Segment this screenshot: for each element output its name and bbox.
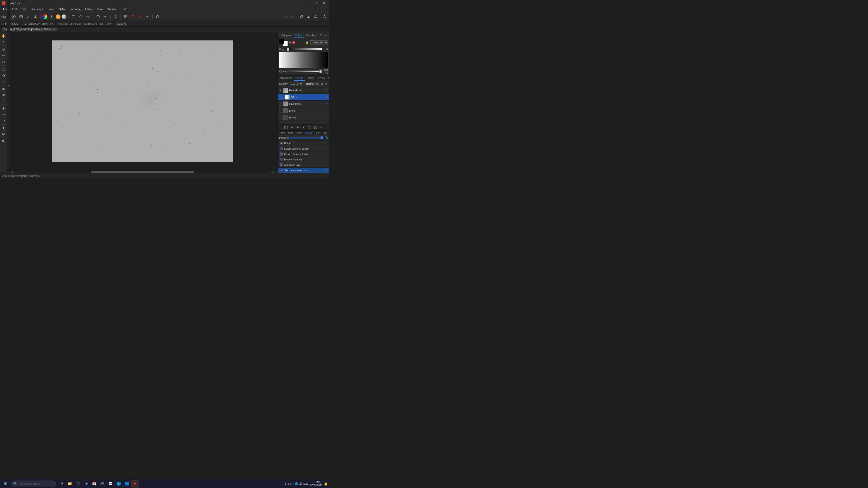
layer-copy-button[interactable] [313,125,318,130]
history-item-set-selection[interactable]: ▣ Set current selection ↺ [278,168,329,173]
layer-row-mask[interactable]: ● (Mask) ✓ [278,94,329,101]
canvas-image[interactable] [52,40,233,162]
menu-layer[interactable]: Layer [45,6,57,12]
layer-visibility-icon[interactable] [279,102,282,106]
tab-history[interactable]: History [303,131,313,135]
layer-row-final-1[interactable]: ● Final (Pixel) ✓ [278,87,329,94]
history-item-select-sampled[interactable]: ⊙ Select sampled colour [278,146,329,151]
tab-layers[interactable]: Layers [294,76,305,80]
layer-row-final-2[interactable]: Final (Pixel) ✓ [278,101,329,107]
mask-button[interactable] [95,13,101,20]
freehand-select-button[interactable] [78,13,84,20]
gradient-tool-button[interactable]: ◑ [1,72,6,78]
color-picker-icon[interactable]: ✒ [289,41,291,44]
sphere-button[interactable] [61,14,66,19]
fg-bg-color-swatches[interactable] [279,39,288,46]
develop-persona-button[interactable] [18,13,24,20]
eyedropper-tool-button[interactable]: ⊸ [1,118,6,124]
recent-color-dot[interactable] [292,41,295,44]
liquify-persona-button[interactable] [25,13,31,20]
layer-visibility-icon[interactable] [279,109,282,112]
opacity-select[interactable]: 100 % 75 % 50 % [289,82,303,86]
tab-colour[interactable]: Colour [293,33,304,37]
layer-check-icon[interactable]: ✓ [326,116,328,119]
menu-window[interactable]: Window [105,6,119,12]
macro-button[interactable] [137,13,143,20]
tab-stock[interactable]: Stock [327,76,329,80]
scrollbar-thumb[interactable] [91,171,194,173]
menu-view[interactable]: View [95,6,105,12]
layer-check-icon[interactable]: ✓ [326,96,328,98]
position-track[interactable] [289,137,323,138]
crop-tool-button[interactable]: ⊹ [1,46,6,53]
scroll-right-arrow[interactable]: ▶ [271,170,274,173]
blur-tool-button[interactable]: ○ [1,98,6,104]
tab-histogram[interactable]: Histogram [279,33,293,37]
rect-select-button[interactable] [70,13,76,20]
dodge-tool-button[interactable]: ☀ [1,105,6,111]
layer-settings-icon[interactable]: ⚙ [320,82,323,86]
hand-tool-button[interactable]: ✋ [1,33,6,39]
layer-add-curve-button[interactable] [289,125,294,130]
tab-effects[interactable]: Effects [305,76,316,80]
tab-nvg[interactable]: Nvg [287,131,294,135]
menu-arrange[interactable]: Arrange [69,6,83,12]
smudge-tool-button[interactable]: 〜 [1,111,6,118]
white-balance-button[interactable] [56,14,61,19]
foreground-color-swatch[interactable] [279,39,284,44]
units-select[interactable]: Pixels Inches cm [115,22,127,26]
canvas-scrollbar-horizontal[interactable]: ◀ ▶ [7,170,278,173]
layer-row-pixel-1[interactable]: (Pixel) ✓ [278,107,329,114]
layer-visibility-icon[interactable] [279,116,282,119]
history-redo-icon[interactable]: ↺ [325,169,327,172]
magic-select-button[interactable] [85,13,91,20]
opacity-slider-track[interactable] [288,70,322,72]
delete-button[interactable] [154,13,161,20]
tab-info[interactable]: Info [279,131,286,135]
scroll-left-arrow[interactable]: ◀ [11,170,13,173]
layer-adjust-button[interactable] [296,125,300,130]
layer-folder-button[interactable] [307,125,312,130]
export-persona-button[interactable] [32,13,39,20]
file-tab-close[interactable]: ✕ [53,28,55,31]
grey-slider-track[interactable] [287,48,322,50]
minimize-button[interactable]: ─ [307,1,314,6]
menu-filters[interactable]: Filters [83,6,95,12]
layer-check-icon[interactable]: ✓ [326,102,328,105]
photo-persona-button[interactable] [11,13,17,20]
guides-button[interactable] [130,13,136,20]
menu-select[interactable]: Select [57,6,69,12]
shape-tool-button[interactable]: ◻ [1,59,6,65]
layer-more-button[interactable]: ⋯ [319,125,323,130]
color-wheel-button[interactable] [42,14,48,19]
persona-extra-button[interactable]: A [321,13,328,20]
text-tool-button[interactable]: T [1,125,6,131]
history-item-unlock[interactable]: 🔓 Unlock [278,140,329,146]
lock-icon[interactable]: 🔒 [306,41,309,44]
eraser-tool-button[interactable]: ◫ [1,86,6,92]
left-panel-collapse[interactable]: ◀ [7,32,10,170]
assist-button[interactable] [299,13,305,20]
tab-styles[interactable]: Styles [316,76,327,80]
zoom-tool-button[interactable]: 🔍 [1,139,6,144]
tab-xfm[interactable]: Xfm [295,131,302,135]
layer-check-icon[interactable]: ✓ [326,89,328,92]
grid-button[interactable] [123,13,129,20]
hsl-button[interactable] [49,13,55,20]
tab-chn[interactable]: Chn [314,131,322,135]
layer-delete-button[interactable]: ✕ [301,125,306,130]
close-button[interactable]: ✕ [321,1,327,6]
tab-swatches[interactable]: Swatches [304,33,318,37]
maximize-button[interactable]: □ [314,1,320,6]
selection-tool-button[interactable]: ⬚ [1,66,6,72]
navigator-button[interactable] [312,13,318,20]
layer-check-icon[interactable]: ✓ [326,109,328,112]
macro-dropdown-button[interactable]: ▾ [144,13,151,20]
menu-text[interactable]: Text [19,6,29,12]
view2-button[interactable] [305,13,312,20]
menu-help[interactable]: Help [119,6,129,12]
tab-32p[interactable]: 32P [322,131,329,135]
pixel-brush-button[interactable] [112,13,119,20]
canvas-scroll-area[interactable] [7,32,278,170]
fill-tool-button[interactable]: ⬦ [1,78,6,84]
